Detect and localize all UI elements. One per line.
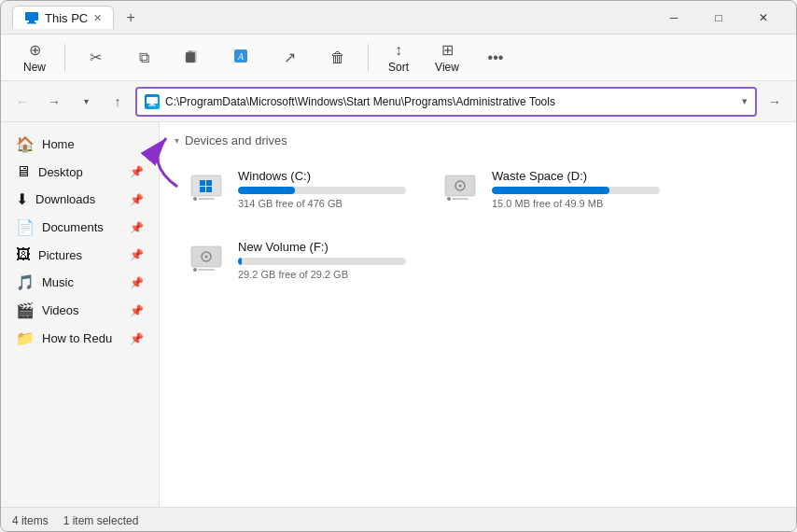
view-icon: ⊞	[441, 41, 454, 59]
address-bar[interactable]: C:\ProgramData\Microsoft\Windows\Start M…	[135, 87, 757, 117]
documents-icon: 📄	[16, 218, 35, 236]
waste-d-drive-icon	[440, 168, 481, 209]
windows-c-bar-fill	[238, 187, 295, 194]
sidebar-howto-label: How to Redu	[42, 331, 112, 345]
home-icon: 🏠	[16, 135, 35, 153]
svg-rect-8	[147, 97, 158, 104]
rename-button[interactable]: A	[218, 38, 263, 77]
section-chevron-icon: ▾	[175, 135, 179, 146]
sort-button[interactable]: ↕ Sort	[376, 38, 421, 77]
share-icon: ↗	[284, 49, 296, 66]
sidebar-item-howto[interactable]: 📁 How to Redu 📌	[5, 325, 155, 352]
sidebar-pictures-label: Pictures	[38, 248, 82, 262]
drives-grid: Windows (C:) 314 GB free of 476 GB	[175, 159, 781, 289]
more-button[interactable]: •••	[473, 38, 518, 77]
windows-c-name: Windows (C:)	[238, 169, 406, 183]
windows-c-bar-container	[238, 187, 406, 194]
forward-icon: →	[48, 94, 61, 109]
svg-rect-11	[191, 175, 221, 196]
minimize-button[interactable]: ─	[652, 3, 695, 33]
newvol-f-bar-container	[238, 258, 406, 265]
delete-icon: 🗑	[330, 49, 345, 66]
svg-rect-4	[186, 52, 195, 63]
back-icon: ←	[16, 94, 29, 109]
sort-icon: ↕	[395, 42, 402, 59]
up-button[interactable]: ↑	[104, 88, 132, 116]
waste-d-info: Waste Space (D:) 15.0 MB free of 49.9 MB	[492, 169, 660, 209]
drive-card-waste-d[interactable]: Waste Space (D:) 15.0 MB free of 49.9 MB	[428, 159, 671, 218]
sidebar-documents-label: Documents	[42, 220, 104, 234]
desktop-pin-icon: 📌	[130, 165, 144, 178]
tab-close-button[interactable]: ✕	[93, 12, 102, 24]
drive-card-windows-c[interactable]: Windows (C:) 314 GB free of 476 GB	[175, 159, 417, 218]
sidebar-item-music[interactable]: 🎵 Music 📌	[5, 269, 155, 296]
toolbar: ⊕ New ✂ ⧉ A ↗ 🗑 ↕ Sort	[1, 35, 796, 81]
music-pin-icon: 📌	[130, 276, 144, 289]
paste-icon	[184, 48, 201, 68]
copy-button[interactable]: ⧉	[121, 38, 166, 77]
sidebar-downloads-label: Downloads	[35, 192, 95, 206]
windows-drive-icon	[186, 168, 227, 209]
view-label: View	[435, 61, 459, 74]
tab-label: This PC	[45, 11, 88, 25]
view-button[interactable]: ⊞ View	[425, 38, 469, 77]
newvol-f-drive-icon	[186, 239, 227, 280]
waste-d-bar-container	[492, 187, 660, 194]
new-tab-button[interactable]: +	[118, 5, 144, 31]
sidebar-videos-label: Videos	[42, 303, 79, 317]
share-button[interactable]: ↗	[267, 38, 312, 77]
rename-icon: A	[232, 48, 249, 68]
sidebar-item-home[interactable]: 🏠 Home	[5, 131, 155, 158]
svg-rect-28	[198, 269, 215, 271]
windows-c-size: 314 GB free of 476 GB	[238, 198, 406, 209]
sidebar: 🏠 Home 🖥 Desktop 📌 ⬇ Downloads 📌 📄 Docum…	[1, 122, 160, 507]
close-button[interactable]: ✕	[742, 3, 785, 33]
drive-card-newvol-f[interactable]: New Volume (F:) 29.2 GB free of 29.2 GB	[175, 230, 417, 289]
svg-rect-14	[198, 198, 215, 200]
new-icon: ⊕	[29, 41, 41, 59]
tab-this-pc[interactable]: This PC ✕	[12, 6, 114, 29]
address-dropdown-icon[interactable]: ▾	[742, 95, 748, 107]
svg-rect-15	[200, 180, 205, 186]
back-button[interactable]: ←	[8, 88, 36, 116]
sidebar-home-label: Home	[42, 137, 75, 151]
music-icon: 🎵	[16, 273, 35, 291]
sidebar-item-documents[interactable]: 📄 Documents 📌	[5, 214, 155, 241]
cut-button[interactable]: ✂	[73, 38, 118, 77]
svg-rect-0	[25, 12, 38, 21]
content-area: 🏠 Home 🖥 Desktop 📌 ⬇ Downloads 📌 📄 Docum…	[1, 122, 796, 507]
paste-button[interactable]	[170, 38, 215, 77]
howto-pin-icon: 📌	[130, 332, 144, 345]
sidebar-music-label: Music	[42, 275, 74, 289]
desktop-icon: 🖥	[16, 163, 31, 180]
sort-label: Sort	[388, 61, 409, 74]
new-button[interactable]: ⊕ New	[12, 38, 57, 77]
howto-icon: 📁	[16, 329, 35, 347]
sidebar-item-pictures[interactable]: 🖼 Pictures 📌	[5, 242, 155, 268]
tab-list: This PC ✕ +	[12, 5, 144, 31]
delete-button[interactable]: 🗑	[315, 38, 360, 77]
nav-go-button[interactable]: →	[761, 88, 789, 116]
waste-d-name: Waste Space (D:)	[492, 169, 660, 183]
sidebar-item-videos[interactable]: 🎬 Videos 📌	[5, 297, 155, 324]
newvol-f-info: New Volume (F:) 29.2 GB free of 29.2 GB	[238, 240, 406, 280]
maximize-button[interactable]: □	[697, 3, 740, 33]
windows-c-info: Windows (C:) 314 GB free of 476 GB	[238, 169, 406, 209]
toolbar-separator-1	[64, 44, 65, 72]
svg-point-30	[205, 256, 208, 259]
forward-button[interactable]: →	[40, 88, 68, 116]
sidebar-item-desktop[interactable]: 🖥 Desktop 📌	[5, 159, 155, 185]
waste-d-size: 15.0 MB free of 49.9 MB	[492, 198, 660, 209]
address-pc-icon	[145, 94, 160, 109]
svg-rect-5	[189, 50, 192, 52]
dropdown-button[interactable]: ▾	[72, 88, 100, 116]
section-label: Devices and drives	[185, 133, 287, 147]
sidebar-item-downloads[interactable]: ⬇ Downloads 📌	[5, 186, 155, 213]
svg-text:A: A	[237, 51, 245, 62]
svg-point-21	[447, 197, 451, 201]
pictures-icon: 🖼	[16, 246, 31, 263]
nav-go-icon: →	[768, 94, 781, 109]
this-pc-icon	[24, 10, 39, 25]
navigation-bar: ← → ▾ ↑ C:\ProgramData\Microsoft\Windows…	[1, 81, 796, 122]
copy-icon: ⧉	[139, 49, 149, 66]
